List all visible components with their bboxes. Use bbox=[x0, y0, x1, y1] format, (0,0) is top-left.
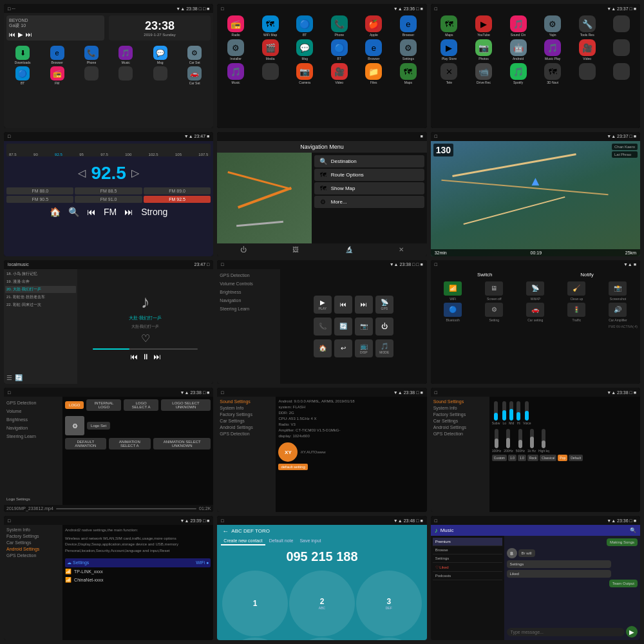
fm-next[interactable]: ⏭ bbox=[124, 207, 133, 217]
app-maps[interactable]: 🗺Maps bbox=[433, 15, 466, 37]
func-btn-power[interactable]: ⏻ bbox=[375, 317, 393, 336]
logo-nav-navigation[interactable]: Navigation bbox=[6, 424, 60, 431]
app-empty5[interactable] bbox=[605, 39, 638, 61]
logo-chip-select-a[interactable]: LOGO SELECT A bbox=[124, 399, 158, 411]
prev-track[interactable]: ⏮ bbox=[130, 352, 138, 361]
logo-chip-main[interactable]: LOGO bbox=[65, 401, 84, 409]
nav-btn-more[interactable]: ⚙ More... bbox=[314, 196, 424, 208]
eq-track-mid[interactable] bbox=[509, 401, 513, 421]
switch-cleanup[interactable]: 🧹 Clean up bbox=[557, 281, 596, 301]
app-lg-wifimap[interactable]: 🗺WiFi Map bbox=[254, 15, 287, 37]
app-spotify[interactable]: 🎵Spotify bbox=[502, 63, 535, 84]
fm-home[interactable]: 🏠 bbox=[50, 207, 61, 217]
switch-screenoff[interactable]: 🖥 Screen off bbox=[475, 281, 514, 301]
logo-chip-internal[interactable]: INTERNAL LOGO bbox=[86, 399, 121, 411]
fm-mode[interactable]: FM bbox=[104, 207, 117, 217]
func-btn-next[interactable]: ⏭ bbox=[355, 296, 373, 314]
switch-amplifier[interactable]: 🔊 Car Amplifier bbox=[598, 303, 638, 322]
nav-btn-route[interactable]: 🗺 Route Options bbox=[314, 169, 424, 181]
android-nav-gps[interactable]: GPS Detection bbox=[6, 553, 60, 558]
anim-select-a[interactable]: ANIMATION SELECT A bbox=[109, 438, 151, 450]
app-empty4[interactable] bbox=[605, 15, 638, 37]
fm-app-search-icon[interactable]: 🔍 bbox=[630, 527, 636, 533]
music-list-icon[interactable]: ☰ bbox=[6, 374, 12, 381]
switch-wifi[interactable]: 📶 WiFi bbox=[433, 281, 473, 301]
nav-btn-destination[interactable]: 🔍 Destination bbox=[314, 155, 424, 167]
playlist-item-2[interactable]: 19. 漫漫·出奔 bbox=[5, 278, 76, 285]
preset-5[interactable]: FM 91.0 bbox=[75, 196, 142, 203]
func-btn-mode[interactable]: 🎵MODE bbox=[375, 339, 393, 357]
eq-track-lo[interactable] bbox=[502, 401, 506, 421]
eq-track-100hz[interactable] bbox=[495, 429, 498, 448]
sound-nav-sound[interactable]: Sound Settings bbox=[220, 399, 273, 404]
logo-chip-select-unk[interactable]: LOGO SELECT UNKNOWN bbox=[161, 399, 211, 411]
switch-carsetting[interactable]: 🚗 Car setting bbox=[516, 303, 555, 322]
playlist-item-1[interactable]: 18. 小鸟·旅行记忆 bbox=[5, 270, 76, 278]
sound-nav-android[interactable]: Android Settings bbox=[220, 425, 273, 430]
freq-prev[interactable]: ◁ bbox=[78, 167, 86, 179]
fm-item-browse[interactable]: Browse bbox=[433, 546, 502, 554]
switch-bluetooth[interactable]: 🔵 Bluetooth bbox=[433, 303, 473, 322]
eq-preset-custom[interactable]: Custom bbox=[492, 455, 507, 461]
fm-prev[interactable]: ⏮ bbox=[87, 207, 96, 217]
func-btn-play[interactable]: ▶PLAY bbox=[314, 296, 332, 314]
preset-2[interactable]: FM 88.5 bbox=[75, 187, 142, 194]
app-video[interactable]: 🎥Video bbox=[571, 39, 603, 61]
preset-4[interactable]: FM 90.5 bbox=[6, 196, 73, 203]
eq-preset-2[interactable]: 1.0 bbox=[518, 455, 526, 461]
nav-bottom-tools[interactable]: ✕ bbox=[399, 246, 404, 253]
app-empty1[interactable] bbox=[75, 66, 108, 85]
app-downloads[interactable]: ⬇Downloads bbox=[6, 46, 39, 64]
app-lg-settings[interactable]: ⚙Settings bbox=[392, 39, 424, 61]
chat-send-btn[interactable]: ▶ bbox=[626, 626, 638, 638]
app-lg-msg[interactable]: 💬Msg bbox=[289, 39, 321, 61]
factory-reset-btn[interactable]: default setting bbox=[278, 464, 307, 470]
fm-strong[interactable]: Strong bbox=[141, 207, 167, 217]
app-empty3[interactable] bbox=[144, 66, 176, 85]
app-settings[interactable]: ⚙Car Set bbox=[178, 46, 211, 64]
fm-item-podcasts[interactable]: Podcasts bbox=[433, 572, 502, 580]
notify-tab-label[interactable]: Notify bbox=[580, 272, 593, 278]
app-lg-music[interactable]: 🎵Music bbox=[220, 63, 252, 84]
progress-bar[interactable] bbox=[93, 348, 198, 350]
wifi-item-1[interactable]: 📶 TP-LINK_xxxx bbox=[65, 567, 211, 576]
eq-track-hi[interactable] bbox=[516, 401, 520, 421]
app-lg-media[interactable]: 🎬Media bbox=[254, 39, 287, 61]
app-empty2[interactable] bbox=[109, 66, 142, 85]
eq-track-200hz[interactable] bbox=[506, 429, 510, 448]
android-nav-android[interactable]: Android Settings bbox=[6, 547, 60, 551]
play-pause[interactable]: ⏸ bbox=[142, 352, 149, 361]
android-nav-sysinfo[interactable]: System Info bbox=[6, 527, 60, 532]
freq-next[interactable]: ▷ bbox=[131, 167, 139, 179]
app-browser[interactable]: eBrowser bbox=[41, 46, 73, 64]
sound-nav-sysinfo[interactable]: System Info bbox=[220, 406, 273, 410]
app-lg-installer[interactable]: ⚙Installer bbox=[220, 39, 252, 61]
switch-screenshot[interactable]: 📸 Screenshot bbox=[598, 281, 638, 301]
eq-nav-sound[interactable]: Sound Settings bbox=[433, 399, 487, 404]
dialer-tab-contacts[interactable]: Create new contact bbox=[221, 537, 265, 545]
app-fm[interactable]: 📻FM bbox=[41, 66, 73, 85]
eq-preset-default[interactable]: Default bbox=[569, 455, 583, 461]
fm-item-settings[interactable]: Settings bbox=[433, 554, 502, 563]
logo-nav-volume[interactable]: Volume bbox=[6, 408, 60, 415]
playlist-item-3-active[interactable]: 20. 大肚·我们打一乒 bbox=[5, 286, 76, 293]
next-track[interactable]: ⏭ bbox=[153, 352, 161, 361]
app-msg[interactable]: 💬Msg bbox=[144, 46, 176, 64]
nav-btn-showmap[interactable]: 🗺 Show Map bbox=[314, 182, 424, 194]
app-lg-empty[interactable] bbox=[254, 63, 287, 84]
app-musicplay[interactable]: 🎵Music Play bbox=[536, 39, 569, 61]
wifi-item-2[interactable]: 📶 ChinaNet-xxxx bbox=[65, 576, 211, 584]
app-lg-phone[interactable]: 📞Phone bbox=[323, 15, 355, 37]
app-3dnavi[interactable]: 🗺3D Navi bbox=[536, 63, 569, 84]
app-lg-radio[interactable]: 📻Radio bbox=[220, 15, 252, 37]
eq-preset-pop[interactable]: Pop bbox=[558, 455, 567, 461]
key-6[interactable]: 6MNO bbox=[356, 638, 422, 640]
func-btn-phone[interactable]: 📞 bbox=[314, 317, 332, 336]
app-lg-video[interactable]: 🎥Video bbox=[323, 63, 355, 84]
anim-select-unk[interactable]: ANIMATION SELECT UNKNOWN bbox=[153, 438, 211, 450]
app-carset[interactable]: 🚗Car Set bbox=[178, 66, 211, 85]
app-yajin[interactable]: ⚙Yajin bbox=[536, 15, 569, 37]
eq-preset-rock[interactable]: Rock bbox=[527, 455, 538, 461]
app-lg-maps[interactable]: 🗺Maps bbox=[392, 63, 424, 84]
fm-item-liked[interactable]: ♡ Liked bbox=[433, 563, 502, 572]
